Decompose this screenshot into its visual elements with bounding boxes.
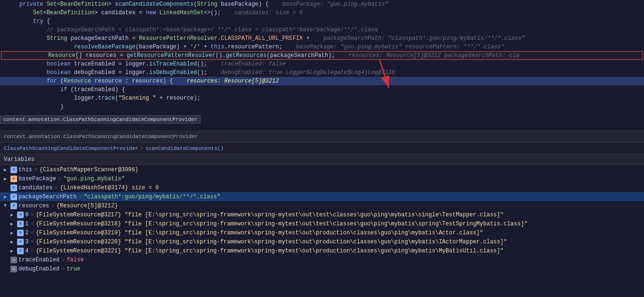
var-value-r3: {FileSystemResource@3220} "file [E:\spri…	[36, 239, 507, 245]
var-value-r2: {FileSystemResource@3219} "file [E:\spri…	[36, 230, 483, 236]
var-icon-r1: ≡	[17, 221, 24, 227]
var-icon-r4: ≡	[17, 248, 24, 254]
var-name-r1: 1	[25, 221, 28, 227]
var-name-basepackage: basePackage	[18, 176, 56, 182]
var-name-r3: 3	[25, 239, 28, 245]
var-name-r0: 0	[25, 212, 28, 218]
var-value-debug: true	[67, 266, 81, 272]
code-line-9: boolean debugEnabled = logger.isDebugEna…	[0, 68, 644, 77]
breadcrumb-class: ClassPathScanningCandidateComponentProvi…	[4, 146, 138, 151]
var-name-packagesearchpath: packageSearchPath	[18, 194, 76, 200]
var-name-r4: 4	[25, 248, 28, 254]
var-name-r2: 2	[25, 230, 28, 236]
var-row-candidates[interactable]: ≡ candidates = {LinkedHashSet@3174} size…	[0, 183, 644, 192]
code-line-13: }	[0, 102, 644, 111]
expand-arrow-r3[interactable]: ▶	[10, 239, 17, 245]
var-row-resources-1[interactable]: ▶ ≡ 1 = {FileSystemResource@3218} "file …	[0, 219, 644, 228]
var-icon-r0: ≡	[17, 212, 24, 218]
var-row-resources-3[interactable]: ▶ ≡ 3 = {FileSystemResource@3220} "file …	[0, 237, 644, 246]
code-line-10: for (Resource resource : resources) { re…	[0, 77, 644, 85]
expand-arrow-this[interactable]: ▶	[4, 167, 10, 173]
var-value-r1: {FileSystemResource@3218} "file [E:\spri…	[36, 221, 527, 227]
var-icon-debug: b	[10, 266, 17, 272]
expand-arrow-r0[interactable]: ▶	[10, 212, 17, 218]
expand-arrow-r2[interactable]: ▶	[10, 230, 17, 236]
var-row-debugenabled[interactable]: b debugEnabled = true	[0, 264, 644, 273]
code-line-7: Resource[] resources = getResourcePatter…	[1, 51, 643, 60]
breadcrumb-package: context.annotation.ClassPathScanningCand…	[4, 134, 198, 139]
code-line-3: try {	[0, 17, 644, 26]
method-bar: ClassPathScanningCandidateComponentProvi…	[0, 143, 644, 154]
code-line-1: private Set<BeanDefinition> scanCandidat…	[0, 0, 644, 9]
code-line-5: String packageSearchPath = ResourcePatte…	[0, 34, 644, 43]
var-icon-packagesearchpath: ≡	[10, 194, 17, 200]
var-name-debug: debugEnabled	[18, 266, 59, 272]
expand-arrow-trace	[4, 257, 10, 262]
var-row-packagesearchpath[interactable]: ▶ ≡ packageSearchPath = "classpath*:guo/…	[0, 192, 644, 201]
var-row-traceenabled[interactable]: b traceEnabled = false	[0, 255, 644, 264]
var-icon-resources: ≡	[10, 203, 17, 209]
expand-arrow-resources[interactable]: ▼	[4, 203, 10, 208]
var-value-this: {ClassPathMapperScanner@3096}	[39, 167, 138, 173]
var-value-trace: false	[67, 257, 84, 263]
tooltip-text: context.annotation.ClassPathScanningCand…	[3, 117, 197, 122]
code-line-12: logger.trace("Scanning " + resource);	[0, 94, 644, 102]
expand-arrow-packagesearchpath[interactable]: ▶	[4, 194, 10, 200]
var-row-resources[interactable]: ▼ ≡ resources = {Resource[5]@3212}	[0, 201, 644, 210]
variables-panel[interactable]: ▶ ≡ this = {ClassPathMapperScanner@3096}…	[0, 165, 644, 297]
editor-area: private Set<BeanDefinition> scanCandidat…	[0, 0, 644, 130]
var-value-candidates: {LinkedHashSet@3174} size = 0	[60, 185, 159, 191]
var-name-resources: resources	[18, 203, 49, 209]
var-icon-this: ≡	[10, 167, 17, 173]
var-value-r4: {FileSystemResource@3221} "file [E:\spri…	[36, 248, 504, 254]
var-name-candidates: candidates	[18, 185, 53, 191]
var-icon-r2: ≡	[17, 230, 24, 236]
var-row-resources-4[interactable]: ▶ ≡ 4 = {FileSystemResource@3221} "file …	[0, 246, 644, 255]
bottom-section: Variables ▶ ≡ this = {ClassPathMapperSca…	[0, 154, 644, 297]
var-row-resources-2[interactable]: ▶ ≡ 2 = {FileSystemResource@3219} "file …	[0, 228, 644, 237]
var-value-basepackage: "guo.ping.mybatis"	[63, 176, 125, 182]
expand-arrow-candidates[interactable]	[4, 185, 10, 190]
var-value-r0: {FileSystemResource@3217} "file [E:\spri…	[36, 212, 504, 218]
expand-arrow-r4[interactable]: ▶	[10, 248, 17, 254]
breadcrumb-area: context.annotation.ClassPathScanningCand…	[0, 130, 644, 143]
expand-arrow-debug	[4, 266, 10, 271]
breadcrumb-method: scanCandidateComponents()	[145, 146, 223, 151]
code-line-11: if (traceEnabled) {	[0, 85, 644, 94]
var-value-packagesearchpath: "classpath*:guo/ping/mybatis/**/*.class"	[84, 194, 221, 200]
var-row-basepackage[interactable]: ▶ ⊙ basePackage = "guo.ping.mybatis"	[0, 174, 644, 183]
var-name-this: this	[18, 167, 32, 173]
tooltip-bar: context.annotation.ClassPathScanningCand…	[0, 115, 201, 124]
var-icon-trace: b	[10, 257, 17, 263]
var-row-resources-0[interactable]: ▶ ≡ 0 = {FileSystemResource@3217} "file …	[0, 210, 644, 219]
var-value-resources: {Resource[5]@3212}	[56, 203, 118, 209]
code-line-4: // packageSearchPath = classpath*:+base/…	[0, 26, 644, 34]
code-line-8: boolean traceEnabled = logger.isTraceEna…	[0, 60, 644, 68]
code-line-2: Set<BeanDefinition> candidates = new Lin…	[0, 9, 644, 17]
code-line-6: resolveBasePackage(basePackage) + '/' + …	[0, 43, 644, 51]
var-icon-basepackage: ⊙	[10, 176, 17, 182]
variables-header: Variables	[0, 154, 644, 165]
expand-arrow-r1[interactable]: ▶	[10, 221, 17, 227]
var-icon-candidates: ≡	[10, 185, 17, 191]
var-row-this[interactable]: ▶ ≡ this = {ClassPathMapperScanner@3096}	[0, 165, 644, 174]
var-icon-r3: ≡	[17, 239, 24, 245]
var-name-trace: traceEnabled	[18, 257, 59, 263]
expand-arrow-basepackage[interactable]: ▶	[4, 176, 10, 182]
